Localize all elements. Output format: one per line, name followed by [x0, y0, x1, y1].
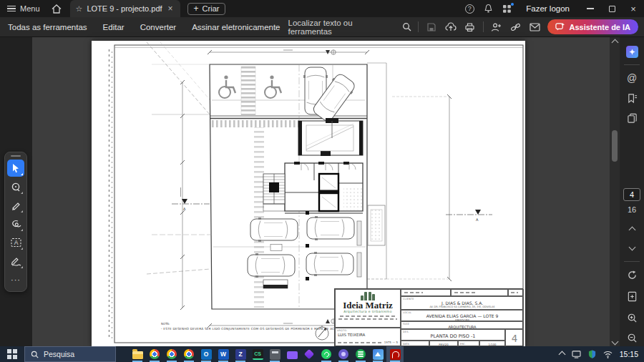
edit-menu[interactable]: Editar: [95, 23, 132, 31]
previous-page-button[interactable]: [623, 221, 640, 238]
hamburger-icon: [7, 6, 16, 11]
toolbar-right: Localizar texto ou ferramentas: [288, 19, 644, 36]
taskbar-app-chrome-1[interactable]: [146, 346, 163, 362]
taskbar-search-input[interactable]: Pesquisa: [24, 346, 116, 362]
taskbar-app-word[interactable]: W: [215, 346, 232, 362]
share-with-others-button[interactable]: [490, 21, 503, 34]
scroll-up-arrow[interactable]: [612, 39, 618, 46]
all-tools-menu[interactable]: Todas as ferramentas: [0, 23, 95, 31]
apps-grid-button[interactable]: [497, 0, 516, 17]
get-link-button[interactable]: [509, 21, 522, 34]
taskbar-app-swirl[interactable]: [335, 346, 352, 362]
create-button[interactable]: + Criar: [187, 3, 226, 15]
close-button[interactable]: ×: [623, 0, 644, 17]
add-comment-tool[interactable]: [7, 178, 24, 195]
titlebar: Menu ☆ LOTE 9 - projecto.pdf × + Criar ?…: [0, 0, 644, 17]
search-placeholder: Pesquisa: [44, 350, 74, 358]
taskbar-app-outlook[interactable]: O: [197, 346, 215, 362]
reg-number: 1975 — 5: [384, 341, 398, 344]
pen-icon: [11, 200, 21, 210]
vertical-scrollbar[interactable]: [610, 37, 620, 346]
save-button[interactable]: [425, 21, 438, 34]
tab-close-icon[interactable]: ×: [167, 4, 175, 14]
document-tab[interactable]: ☆ LOTE 9 - projecto.pdf ×: [70, 0, 180, 17]
taskbar-app-acrobat[interactable]: [386, 346, 404, 362]
local-name: AVENIDA ELIAS GARCIA — LOTE 9: [401, 313, 523, 318]
fit-page-icon: [627, 291, 638, 302]
scrollbar-thumb[interactable]: [612, 130, 618, 162]
add-text-tool[interactable]: A: [7, 234, 24, 251]
print-button[interactable]: [464, 21, 477, 34]
page-number-input[interactable]: 4: [623, 188, 640, 201]
taskbar-app-z[interactable]: Z: [232, 346, 249, 362]
notifications-button[interactable]: [479, 0, 497, 17]
help-button[interactable]: ?: [460, 0, 479, 17]
drag-handle[interactable]: [11, 155, 21, 157]
zoom-in-button[interactable]: [623, 309, 640, 326]
rotate-page-button[interactable]: [623, 266, 640, 283]
ai-assistant-panel-button[interactable]: [623, 43, 640, 60]
taskbar-app-whatsapp[interactable]: [318, 346, 335, 362]
reg-line: [338, 342, 381, 343]
pdf-page[interactable]: A A NOTA: - ESTE DESENHO DEVERÁ SER LI: [92, 41, 525, 346]
ai-assistant-button[interactable]: Assistente de IA: [547, 19, 638, 34]
home-button[interactable]: [47, 0, 66, 17]
taskbar-app-purple-folder[interactable]: [283, 346, 301, 362]
taskbar-app-file-explorer[interactable]: [129, 346, 146, 362]
star-icon[interactable]: ☆: [76, 4, 83, 14]
firm-subtitle: Arquitectura e Urbanismo: [336, 310, 400, 313]
client-label: CLIENTE: [403, 298, 414, 300]
highlight-tool[interactable]: [7, 197, 24, 214]
taskbar-app-diamond[interactable]: [301, 346, 318, 362]
esign-menu[interactable]: Assinar eletronicamente: [184, 23, 288, 31]
fase-label: FASE: [403, 323, 409, 326]
outlook-icon: O: [201, 349, 212, 360]
notification-dot: [511, 3, 514, 6]
wifi-tray-icon[interactable]: [603, 351, 613, 358]
architect-label: ARQTO.: [337, 329, 347, 332]
email-button[interactable]: [529, 21, 542, 34]
taskbar-app-calculator[interactable]: [266, 346, 283, 362]
taskbar-clock[interactable]: 15:15: [620, 350, 638, 358]
pages-icon: [627, 113, 638, 124]
sign-tool[interactable]: [7, 253, 24, 270]
bell-icon: [484, 4, 493, 14]
comments-icon: @: [627, 72, 637, 84]
minimize-button[interactable]: [580, 0, 601, 17]
comments-panel-button[interactable]: @: [623, 69, 640, 87]
taskbar-app-chrome-2[interactable]: [163, 346, 180, 362]
more-tools[interactable]: ···: [7, 271, 24, 288]
note-text: - ESTE DESENHO DEVERÁ SER LIDO CONJUNTAM…: [161, 327, 356, 331]
search-icon: [31, 351, 39, 358]
ai-panel-icon: [626, 46, 638, 58]
taskbar-app-green[interactable]: [352, 346, 369, 362]
maximize-button[interactable]: [601, 0, 623, 17]
taskbar-app-chrome-3[interactable]: [180, 346, 197, 362]
rail-divider: [624, 261, 640, 262]
bookmarks-panel-button[interactable]: [623, 89, 640, 107]
ai-chat-icon: [555, 22, 565, 31]
tray-expand-button[interactable]: [560, 352, 565, 357]
chevron-up-icon: [628, 226, 635, 233]
signin-button[interactable]: Fazer logon: [516, 4, 580, 13]
share-upload-button[interactable]: [444, 21, 457, 34]
draw-tool[interactable]: [7, 215, 24, 233]
next-page-button[interactable]: [623, 240, 640, 257]
menu-button[interactable]: Menu: [0, 0, 47, 17]
total-pages: 16: [628, 205, 636, 214]
display-tray-icon[interactable]: [572, 351, 581, 358]
zoom-out-button[interactable]: [623, 329, 640, 346]
taskbar-app-cs[interactable]: CS: [249, 346, 266, 362]
fase-cell: FASE ARQUITECTURA: [401, 321, 524, 329]
find-text-button[interactable]: Localizar texto ou ferramentas: [288, 19, 412, 36]
start-button[interactable]: [0, 346, 24, 362]
scroll-down-arrow[interactable]: [612, 338, 618, 345]
select-tool[interactable]: [7, 160, 24, 177]
page-thumbnails-button[interactable]: [623, 109, 640, 127]
purple-folder-icon: [287, 351, 298, 359]
security-shield-tray-icon[interactable]: [588, 350, 596, 358]
taskbar-app-photos[interactable]: [369, 346, 386, 362]
fit-page-button[interactable]: [623, 288, 640, 305]
rotate-icon: [627, 270, 638, 280]
convert-menu[interactable]: Converter: [132, 23, 185, 31]
